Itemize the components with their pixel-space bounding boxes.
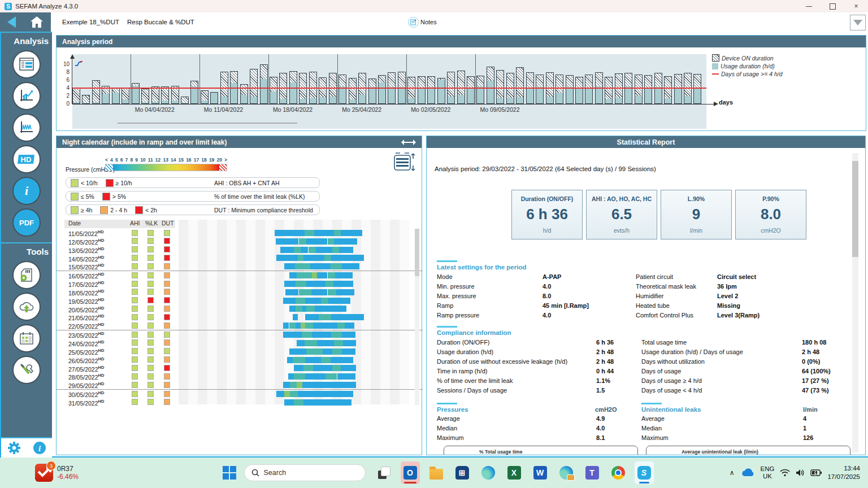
usage-bar [408, 98, 415, 103]
resize-horizontal-icon[interactable] [401, 139, 416, 146]
pressure-tick: 19 [209, 157, 214, 163]
clock[interactable]: 13:44 17/07/2025 [827, 464, 860, 481]
outlook-button[interactable]: O [401, 461, 420, 484]
x-axis-label: days [719, 99, 733, 106]
edge-button[interactable] [479, 461, 498, 484]
stat-row: Heated tubeMissing [636, 302, 856, 312]
pressure-tick: 11 [148, 157, 153, 163]
sd-card-tool-button[interactable] [12, 261, 41, 289]
wifi-icon[interactable] [780, 469, 790, 477]
tray-overflow-chevron[interactable]: ∧ [730, 469, 735, 477]
excel-button[interactable]: X [505, 461, 524, 484]
calendar-date: 30/05/2022HD [68, 390, 104, 398]
microsoft-store-button[interactable]: ⊞ [453, 461, 472, 484]
volume-icon[interactable] [796, 469, 805, 477]
tab-exemple[interactable]: Exemple 18_%DUT [62, 19, 119, 25]
pressure-color-scale [105, 164, 227, 171]
calendar-row[interactable]: 15/05/2022HD [57, 262, 423, 271]
calendar-row[interactable]: 14/05/2022HD [57, 254, 423, 263]
calendar-row[interactable]: 11/05/2022HD [57, 229, 423, 237]
timeline-segment [331, 357, 354, 363]
calendar-row[interactable]: 23/05/2022HD [57, 330, 423, 339]
stat-value: 126 [803, 434, 813, 441]
calendar-row[interactable]: 12/05/2022HD [57, 237, 423, 246]
calendar-row[interactable]: 28/05/2022HD [57, 372, 423, 381]
home-button[interactable] [30, 16, 44, 28]
calendar-row[interactable]: 21/05/2022HD [57, 313, 423, 321]
calendar-sort-icon[interactable] [393, 152, 417, 172]
back-button[interactable] [7, 16, 16, 28]
night-calendar-panel: Night calendar (include in ramp and over… [56, 136, 422, 455]
lk-indicator [147, 272, 154, 278]
panel-dropdown-button[interactable] [850, 15, 866, 30]
language-line1: ENG [761, 465, 775, 473]
analysis-plot[interactable]: Mo 04/04/2022Mo 11/04/2022Mo 18/04/2022M… [72, 60, 706, 104]
usage-bar [517, 97, 523, 103]
usage-bar [694, 89, 701, 104]
calendar-row[interactable]: 26/05/2022HD [57, 356, 423, 364]
calendar-row[interactable]: 25/05/2022HD [57, 347, 423, 356]
start-button[interactable] [223, 466, 236, 480]
calendar-row[interactable]: 24/05/2022HD [57, 339, 423, 347]
hd-data-button[interactable]: HD [12, 145, 41, 173]
usage-bar [261, 79, 267, 103]
calendar-vertical-scrollbar[interactable] [415, 229, 419, 405]
calendar-row[interactable]: 20/05/2022HD [57, 305, 423, 313]
maximize-button[interactable] [821, 0, 844, 12]
pdf-export-button[interactable]: PDF [12, 208, 41, 237]
chart-horizontal-scrollbar[interactable] [118, 123, 297, 124]
tab-resp-buccale[interactable]: Resp Buccale & %DUT [127, 19, 194, 25]
close-button[interactable]: × [844, 0, 868, 12]
hd-flag: HD [98, 289, 105, 294]
report-view-button[interactable] [12, 50, 41, 79]
timeline-segment [305, 323, 313, 329]
info-view-button[interactable]: i [12, 177, 41, 205]
tools-section-label: Tools [1, 243, 52, 258]
calendar-row[interactable]: 27/05/2022HD [57, 364, 423, 373]
calendar-row[interactable]: 18/05/2022HD [57, 288, 423, 297]
trends-view-button[interactable] [12, 82, 41, 110]
usage-bar [231, 83, 237, 103]
calendar-row[interactable]: 13/05/2022HD [57, 246, 423, 254]
svg-text:HD: HD [21, 155, 32, 164]
sefam-analyze-taskbar-button[interactable]: S [635, 461, 654, 484]
search-box[interactable]: Search [244, 464, 366, 481]
timeline-segment [290, 391, 298, 397]
calendar-row[interactable]: 16/05/2022HD [57, 271, 423, 280]
task-view-button[interactable] [375, 461, 394, 484]
onedrive-icon[interactable] [740, 468, 755, 478]
notes-button[interactable]: Notes [408, 12, 437, 32]
legend-item-label: ≤ 5% [81, 193, 94, 200]
widgets-button[interactable]: 3 0R37 -6.46% [35, 464, 79, 482]
language-indicator[interactable]: ENG UK [761, 465, 775, 480]
teams-button[interactable]: T [583, 461, 602, 484]
about-info-button[interactable]: i [33, 441, 46, 455]
calendar-row[interactable]: 17/05/2022HD [57, 280, 423, 288]
edge-work-button[interactable] [557, 461, 576, 484]
settings-tool-button[interactable] [12, 356, 41, 384]
hd-flag: HD [98, 263, 105, 268]
legend-color-swatch [71, 179, 79, 187]
calendar-row[interactable]: 19/05/2022HD [57, 297, 423, 305]
minimize-button[interactable] [797, 0, 821, 12]
file-explorer-button[interactable] [427, 461, 446, 484]
timeline-segment [334, 230, 341, 236]
report-vertical-scrollbar[interactable] [852, 153, 858, 452]
usage-bar [83, 103, 89, 103]
calendar-row[interactable]: 29/05/2022HD [57, 381, 423, 390]
calendar-row[interactable]: 31/05/2022HD [57, 398, 423, 407]
battery-icon[interactable] [810, 469, 822, 476]
calendar-row[interactable]: 30/05/2022HD [57, 390, 423, 398]
timeline-segment [276, 255, 297, 261]
timeline-segment [306, 281, 326, 287]
word-button[interactable]: W [531, 461, 550, 484]
signals-view-button[interactable] [12, 114, 41, 142]
settings-right: Patient circuitCircuit selectTheoretical… [636, 273, 856, 321]
pressure-tick: 18 [201, 157, 206, 163]
calendar-row[interactable]: 22/05/2022HD [57, 321, 423, 330]
settings-gear-button[interactable] [7, 441, 21, 455]
cloud-upload-tool-button[interactable] [12, 293, 41, 321]
dut-indicator [164, 365, 170, 371]
chrome-button[interactable] [609, 461, 628, 484]
calendar-tool-button[interactable] [12, 324, 41, 352]
